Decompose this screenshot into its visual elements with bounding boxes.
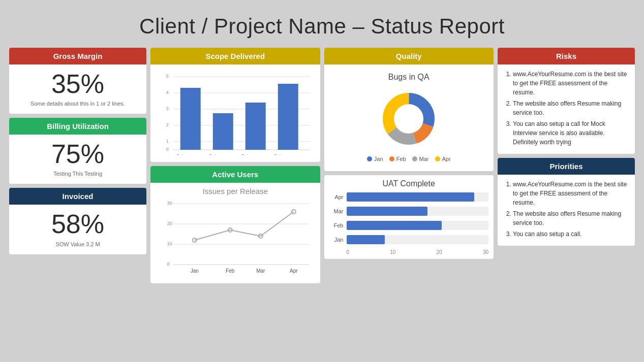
uat-bar-wrap-mar <box>347 207 489 216</box>
page-title: Client / Project Name – Status Report <box>5 5 639 48</box>
uat-bar-wrap-apr <box>347 192 489 202</box>
scope-delivered-header: Scope Delivered <box>150 48 320 64</box>
priority-item-2: The website also offers Resume making se… <box>513 209 628 227</box>
legend-mar: Mar <box>412 156 429 162</box>
priority-item-3: You can also setup a call. <box>513 229 628 239</box>
svg-text:Mar: Mar <box>256 268 265 274</box>
billing-utilization-body: 75% Testing This Testing <box>9 135 146 184</box>
gross-margin-desc: Some details about this in 1 or 2 lines. <box>17 101 138 107</box>
issues-per-release-title: Issues per Release <box>157 187 314 195</box>
uat-card: UAT Complete Apr Mar Feb <box>324 175 494 259</box>
uat-label-jan: Jan <box>329 237 344 243</box>
mid-right-column: Quality Bugs in QA <box>324 48 494 283</box>
uat-bar-fill-mar <box>347 207 427 216</box>
uat-axis-0: 0 <box>347 249 350 255</box>
uat-row-jan: Jan <box>329 235 489 244</box>
svg-text:0: 0 <box>166 147 169 152</box>
svg-text:Category: Category <box>208 153 227 155</box>
line-chart-line <box>195 212 294 240</box>
uat-bar-wrap-jan <box>347 235 489 244</box>
uat-label-feb: Feb <box>329 222 344 228</box>
active-users-card: Active Users Issues per Release 30 20 10… <box>150 166 320 283</box>
svg-text:1: 1 <box>166 139 169 144</box>
svg-text:Category: Category <box>241 153 260 155</box>
risk-item-2: The website also offers Resume making se… <box>513 99 628 117</box>
svg-text:5: 5 <box>166 74 169 79</box>
billing-utilization-header: Billing Utilization <box>9 118 146 135</box>
svg-text:20: 20 <box>167 221 172 226</box>
invoiced-card: Invoiced 58% SOW Value 3.2 M <box>9 188 146 254</box>
right-column: Risks www.AceYourResume.com is the best … <box>498 48 635 283</box>
legend-jan: Jan <box>367 156 383 162</box>
active-users-body: Issues per Release 30 20 10 0 <box>150 183 320 283</box>
svg-text:2: 2 <box>166 122 169 127</box>
legend-feb: Feb <box>389 156 406 162</box>
scope-delivered-card: Scope Delivered 5 4 3 2 1 0 <box>150 48 320 162</box>
uat-bar-fill-apr <box>347 192 475 202</box>
uat-container: UAT Complete Apr Mar Feb <box>324 175 494 259</box>
legend-feb-label: Feb <box>396 156 406 162</box>
legend-apr-label: Apr <box>442 156 451 162</box>
risk-item-3: You can also setup a call for Mock Inter… <box>513 119 628 147</box>
quality-card: Quality Bugs in QA <box>324 48 494 171</box>
gross-margin-body: 35% Some details about this in 1 or 2 li… <box>9 64 146 114</box>
svg-text:Category: Category <box>273 153 292 155</box>
svg-text:Apr: Apr <box>290 268 298 274</box>
gross-margin-header: Gross Margin <box>9 48 146 64</box>
svg-text:Jan: Jan <box>191 268 199 274</box>
quality-body: Bugs in QA <box>324 64 494 171</box>
uat-bar-fill-feb <box>347 221 442 230</box>
donut-chart <box>376 86 442 152</box>
invoiced-value: 58% <box>17 210 138 239</box>
uat-label-mar: Mar <box>329 208 344 214</box>
uat-bar-wrap-feb <box>347 221 489 230</box>
legend-apr: Apr <box>435 156 451 162</box>
legend-jan-label: Jan <box>374 156 383 162</box>
risks-body: www.AceYourResume.com is the best site t… <box>498 64 635 154</box>
uat-axis-30: 30 <box>483 249 488 255</box>
uat-label-apr: Apr <box>329 194 344 200</box>
quality-header: Quality <box>324 48 494 64</box>
mid-left-column: Scope Delivered 5 4 3 2 1 0 <box>150 48 320 283</box>
svg-text:30: 30 <box>167 201 172 206</box>
invoiced-desc: SOW Value 3.2 M <box>17 241 138 247</box>
uat-bar-fill-jan <box>347 235 385 244</box>
billing-utilization-card: Billing Utilization 75% Testing This Tes… <box>9 118 146 184</box>
priorities-body: www.AceYourResume.com is the best site t… <box>498 175 635 246</box>
gross-margin-value: 35% <box>17 70 138 98</box>
invoiced-header: Invoiced <box>9 188 146 205</box>
invoiced-body: 58% SOW Value 3.2 M <box>9 205 146 254</box>
donut-container: Bugs in QA <box>330 69 488 166</box>
svg-text:10: 10 <box>167 241 172 246</box>
svg-text:Category: Category <box>176 153 195 155</box>
svg-text:0: 0 <box>167 261 170 267</box>
donut-legend: Jan Feb Mar Apr <box>367 156 451 162</box>
uat-axis-20: 20 <box>437 249 442 255</box>
uat-axis-10: 10 <box>390 249 395 255</box>
active-users-header: Active Users <box>150 166 320 183</box>
risks-header: Risks <box>498 48 635 64</box>
svg-text:4: 4 <box>166 90 169 95</box>
uat-axis: 0 10 20 30 <box>329 249 489 255</box>
bar-cat4 <box>278 84 298 150</box>
priorities-card: Priorities www.AceYourResume.com is the … <box>498 158 635 246</box>
svg-text:3: 3 <box>166 106 169 111</box>
uat-row-apr: Apr <box>329 192 489 202</box>
priorities-header: Priorities <box>498 158 635 175</box>
donut-title: Bugs in QA <box>388 73 430 82</box>
bar-cat3 <box>246 103 266 150</box>
donut-center <box>394 105 423 133</box>
risks-card: Risks www.AceYourResume.com is the best … <box>498 48 635 154</box>
scope-delivered-chart: 5 4 3 2 1 0 <box>157 69 314 155</box>
uat-title: UAT Complete <box>329 179 489 188</box>
billing-utilization-desc: Testing This Testing <box>17 171 138 177</box>
billing-utilization-value: 75% <box>17 140 138 169</box>
gross-margin-card: Gross Margin 35% Some details about this… <box>9 48 146 114</box>
svg-text:Feb: Feb <box>226 268 235 274</box>
left-column: Gross Margin 35% Some details about this… <box>9 48 146 283</box>
risk-item-1: www.AceYourResume.com is the best site t… <box>513 70 628 97</box>
scope-delivered-body: 5 4 3 2 1 0 <box>150 64 320 162</box>
bar-cat2 <box>213 113 233 150</box>
legend-mar-label: Mar <box>419 156 429 162</box>
uat-row-feb: Feb <box>329 221 489 230</box>
